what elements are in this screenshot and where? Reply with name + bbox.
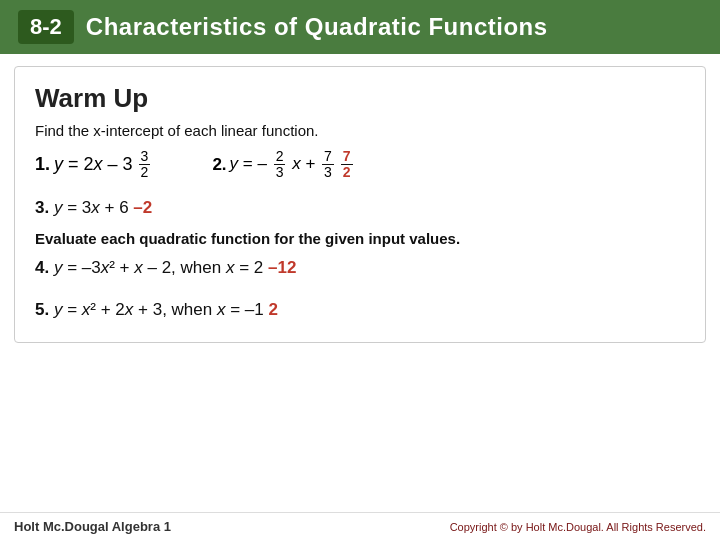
p2-const-fraction: 7 3 bbox=[322, 149, 334, 181]
p5-eq: y = x² + 2x + 3, when x = –1 bbox=[54, 300, 264, 319]
p2-num: 2. bbox=[212, 155, 226, 175]
p2-const-den: 3 bbox=[322, 165, 334, 180]
p1-numerator: 3 bbox=[139, 149, 151, 165]
problem-1: 1. y = 2x – 3 3 2 bbox=[35, 149, 152, 181]
p2-coeff-num: 2 bbox=[274, 149, 286, 165]
p4-eq: y = –3x² + x – 2, when x = 2 bbox=[54, 258, 263, 277]
p2-coeff-den: 3 bbox=[274, 165, 286, 180]
p5-num: 5. bbox=[35, 300, 49, 319]
footer: Holt Mc.Dougal Algebra 1 Copyright © by … bbox=[0, 512, 720, 540]
p1-denominator: 2 bbox=[139, 165, 151, 180]
p2-const-num: 7 bbox=[322, 149, 334, 165]
footer-copyright: Copyright © by Holt Mc.Dougal. All Right… bbox=[450, 521, 706, 533]
p2-answer-fraction: 7 2 bbox=[341, 149, 353, 181]
problem-3: 3. y = 3x + 6 –2 bbox=[35, 195, 685, 221]
lesson-title: Characteristics of Quadratic Functions bbox=[86, 13, 548, 41]
p3-answer: –2 bbox=[133, 198, 152, 217]
p5-answer: 2 bbox=[268, 300, 277, 319]
p4-num: 4. bbox=[35, 258, 49, 277]
p1-num: 1. bbox=[35, 154, 50, 175]
problem-2: 2. y = – 2 3 x + 7 3 7 2 bbox=[212, 149, 354, 181]
p4-answer: –12 bbox=[268, 258, 296, 277]
lesson-badge: 8-2 bbox=[18, 10, 74, 44]
p2-ans-den: 2 bbox=[341, 165, 353, 180]
footer-publisher: Holt Mc.Dougal Algebra 1 bbox=[14, 519, 171, 534]
main-card: Warm Up Find the x-intercept of each lin… bbox=[14, 66, 706, 343]
instruction-text: Find the x-intercept of each linear func… bbox=[35, 122, 685, 139]
p3-num: 3. bbox=[35, 198, 49, 217]
p2-ans-num: 7 bbox=[341, 149, 353, 165]
problem-5: 5. y = x² + 2x + 3, when x = –1 2 bbox=[35, 297, 685, 323]
p1-eq: y = 2x – 3 bbox=[54, 154, 133, 175]
p2-eq: y = – 2 3 x + 7 3 bbox=[230, 149, 336, 181]
p3-eq: y = 3x + 6 bbox=[54, 198, 129, 217]
header: 8-2 Characteristics of Quadratic Functio… bbox=[0, 0, 720, 54]
problems-row-1: 1. y = 2x – 3 3 2 2. y = – 2 3 x + 7 3 bbox=[35, 149, 685, 181]
p1-answer-fraction: 3 2 bbox=[139, 149, 151, 181]
problem-4: 4. y = –3x² + x – 2, when x = 2 –12 bbox=[35, 255, 685, 281]
p2-coeff-fraction: 2 3 bbox=[274, 149, 286, 181]
eval-instruction: Evaluate each quadratic function for the… bbox=[35, 228, 685, 249]
warm-up-heading: Warm Up bbox=[35, 83, 685, 114]
